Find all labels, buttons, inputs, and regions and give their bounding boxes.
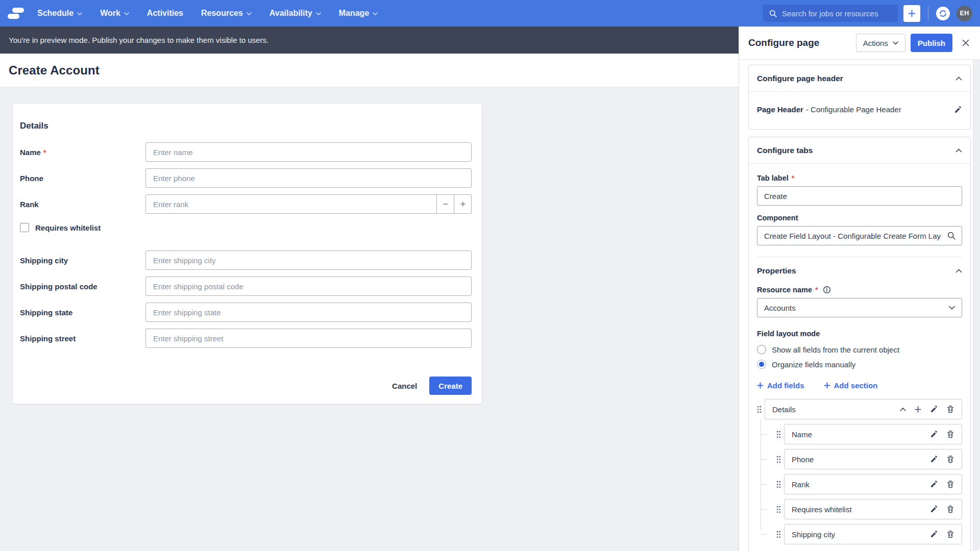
tab-label-input[interactable] (757, 186, 962, 206)
shipping-postal-code-field[interactable] (145, 277, 472, 296)
nav-item-label: Activities (147, 9, 183, 18)
delete-field-button[interactable] (946, 530, 954, 538)
edit-field-button[interactable] (930, 430, 938, 438)
properties-header[interactable]: Properties (757, 266, 962, 276)
drag-handle-icon[interactable] (776, 506, 781, 513)
avatar[interactable]: EH (957, 6, 972, 21)
shipping-state-field[interactable] (145, 303, 472, 322)
nav-item-activities[interactable]: Activities (147, 9, 183, 18)
section-divider (757, 257, 962, 257)
info-icon[interactable] (823, 286, 831, 294)
add-button[interactable] (903, 5, 920, 22)
nav-item-manage[interactable]: Manage (339, 9, 378, 18)
section-header[interactable]: Configure page header (749, 65, 970, 92)
stepper-decrement-button[interactable] (437, 194, 454, 214)
shipping-street-field[interactable] (145, 329, 472, 348)
edit-page-header-button[interactable] (954, 106, 962, 114)
field-name: Shipping city (792, 530, 922, 539)
collapse-section-button[interactable] (955, 148, 962, 153)
search-input[interactable] (782, 9, 892, 18)
edit-field-button[interactable] (930, 480, 938, 488)
nav-item-work[interactable]: Work (100, 9, 129, 18)
add-section-button[interactable]: Add section (824, 381, 878, 390)
form-row-rank: Rank (20, 194, 472, 214)
stepper-increment-button[interactable] (454, 194, 472, 214)
form-row-requires-whitelist: Requires whitelist (20, 223, 472, 232)
field-label: Phone (20, 174, 145, 183)
required-asterisk: * (792, 174, 795, 182)
configure-page-panel: Configure page Actions Publish Configure… (739, 27, 980, 551)
form-row-phone: Phone (20, 168, 472, 188)
name-field[interactable] (145, 142, 472, 162)
sync-status-button[interactable] (936, 7, 950, 20)
create-button[interactable]: Create (429, 377, 472, 395)
chevron-down-icon (893, 41, 898, 45)
field-group-children: Name Phone (776, 424, 962, 544)
nav-item-schedule[interactable]: Schedule (37, 9, 82, 18)
add-field-to-group-button[interactable] (914, 406, 922, 413)
nav-item-availability[interactable]: Availability (270, 9, 321, 18)
nav-item-label: Schedule (37, 9, 74, 18)
radio-show-all-fields[interactable]: Show all fields from the current object (757, 345, 962, 354)
delete-field-button[interactable] (946, 430, 954, 438)
resource-name-select[interactable]: Accounts (757, 298, 962, 317)
pencil-icon (930, 480, 938, 488)
chevron-down-icon (247, 12, 252, 15)
nav-item-label: Availability (270, 9, 312, 18)
delete-field-button[interactable] (946, 455, 954, 463)
collapse-section-button[interactable] (955, 269, 962, 273)
field-label: Shipping city (20, 256, 145, 265)
collapse-group-button[interactable] (900, 408, 906, 411)
panel-scrollbar[interactable] (973, 60, 980, 551)
shipping-city-field[interactable] (145, 251, 472, 270)
radio-organize-fields-manually[interactable]: Organize fields manually (757, 360, 962, 369)
drag-handle-icon[interactable] (776, 456, 781, 463)
trash-icon (946, 530, 954, 538)
delete-field-button[interactable] (946, 480, 954, 488)
edit-field-button[interactable] (930, 530, 938, 538)
drag-handle-icon[interactable] (776, 431, 781, 438)
close-panel-button[interactable] (960, 37, 971, 48)
component-label: Component (757, 214, 962, 222)
field-label: Rank (20, 200, 145, 209)
field-row-rank: Rank (776, 474, 962, 494)
edit-field-button[interactable] (930, 505, 938, 513)
field-label: Shipping state (20, 308, 145, 317)
rank-field[interactable] (145, 194, 437, 214)
field-label: Shipping postal code (20, 282, 145, 291)
pencil-icon (930, 430, 938, 438)
component-search-button[interactable] (947, 231, 956, 240)
drag-handle-icon[interactable] (776, 481, 781, 488)
publish-button[interactable]: Publish (911, 34, 952, 52)
minus-icon (443, 201, 449, 207)
configure-tabs-section: Configure tabs Tab label* Component (748, 137, 971, 551)
form-section-title: Details (20, 121, 472, 131)
section-header[interactable]: Configure tabs (749, 137, 970, 164)
delete-field-button[interactable] (946, 505, 954, 513)
add-fields-button[interactable]: Add fields (757, 381, 804, 390)
pencil-icon (930, 505, 938, 513)
drag-handle-icon[interactable] (757, 406, 762, 413)
cancel-button[interactable]: Cancel (384, 377, 425, 395)
phone-field[interactable] (145, 168, 472, 188)
app-logo[interactable] (8, 7, 24, 19)
delete-group-button[interactable] (946, 405, 954, 413)
chevron-up-icon (955, 148, 962, 153)
nav-item-resources[interactable]: Resources (201, 9, 252, 18)
drag-handle-icon[interactable] (776, 531, 781, 538)
requires-whitelist-checkbox[interactable] (20, 223, 29, 232)
collapse-section-button[interactable] (955, 77, 962, 81)
component-input[interactable] (757, 226, 962, 245)
search-icon (947, 231, 956, 240)
page-header-component-row: Page Header- Configurable Page Header (749, 92, 970, 129)
edit-field-button[interactable] (930, 455, 938, 463)
edit-group-button[interactable] (930, 405, 938, 413)
nav-item-label: Manage (339, 9, 370, 18)
field-row-name: Name (776, 424, 962, 444)
tab-label-label: Tab label* (757, 174, 962, 182)
radio-button-selected[interactable] (757, 360, 766, 369)
chevron-up-icon (955, 269, 962, 273)
trash-icon (946, 480, 954, 488)
actions-button[interactable]: Actions (856, 34, 905, 52)
radio-button[interactable] (757, 345, 766, 354)
